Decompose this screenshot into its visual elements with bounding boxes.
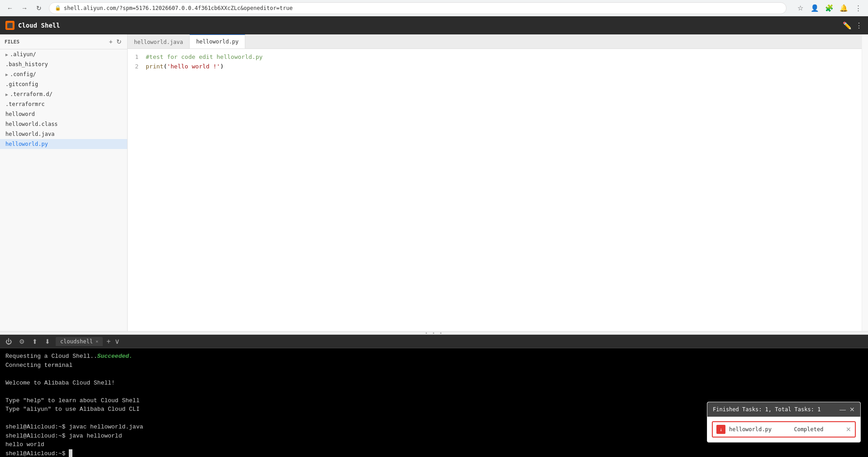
sidebar-item-config[interactable]: ▶ .config/ [0, 69, 127, 79]
file-name: .config/ [10, 71, 36, 77]
settings-icon[interactable]: ⚙ [17, 337, 27, 346]
terminal-tab-cloudshell[interactable]: cloudshell ✕ [56, 337, 103, 346]
sidebar-item-aliyun[interactable]: ▶ .aliyun/ [0, 49, 127, 59]
refresh-files-button[interactable]: ↻ [115, 37, 123, 46]
menu-icon[interactable]: ⋮ [852, 2, 864, 14]
sidebar-header: FILES + ↻ [0, 34, 127, 49]
line-number: 2 [128, 62, 146, 72]
terminal-line: Welcome to Alibaba Cloud Shell! [5, 379, 863, 388]
logo-symbol: ⬛ [7, 23, 13, 29]
task-item-name: helloworld.py [729, 426, 772, 433]
url-text: shell.aliyun.com/?spm=5176.12026607.0.0.… [64, 5, 293, 11]
main-layout: FILES + ↻ ▶ .aliyun/ .bash_history ▶ .co… [0, 34, 868, 457]
chevron-right-icon: ▶ [5, 72, 8, 77]
browser-actions: ☆ 👤 🧩 🔔 ⋮ [794, 2, 864, 14]
browser-chrome: ← → ↻ 🔒 shell.aliyun.com/?spm=5176.12026… [0, 0, 868, 16]
sidebar-header-actions: + ↻ [108, 37, 123, 46]
file-name: .aliyun/ [10, 51, 36, 58]
task-panel-title: Finished Tasks: 1, Total Tasks: 1 [713, 406, 820, 413]
tab-label: helloworld.py [196, 38, 238, 45]
file-name: helloworld.java [5, 131, 54, 137]
terminal-line: shell@Alicloud:~$ [5, 449, 863, 457]
file-name: .bash_history [5, 61, 48, 67]
terminal-chevron-down-icon[interactable]: ∨ [114, 337, 120, 346]
tab-label: helloworld.java [134, 39, 183, 45]
terminal-cursor [69, 449, 72, 457]
sidebar-item-helloworld-class[interactable]: helloworld.class [0, 119, 127, 129]
file-name: helloword [5, 111, 35, 117]
task-panel: Finished Tasks: 1, Total Tasks: 1 — ✕ ↓ … [707, 402, 861, 443]
extensions-icon[interactable]: 🧩 [823, 2, 835, 14]
upload-icon[interactable]: ⬆ [30, 337, 39, 346]
sidebar-item-helloworld-java[interactable]: helloworld.java [0, 129, 127, 139]
app-header: ⬛ Cloud Shell ✏️ ⋮ [0, 16, 868, 34]
profile-icon[interactable]: 👤 [808, 2, 821, 14]
line-code: print('hello world !') [146, 62, 224, 72]
sidebar-item-bash-history[interactable]: .bash_history [0, 59, 127, 69]
sidebar-item-helloword[interactable]: helloword [0, 109, 127, 119]
terminal-tab-label: cloudshell [60, 338, 93, 345]
terminal-line [5, 370, 863, 379]
terminal-line: Requesting a Cloud Shell..Succeeded. [5, 352, 863, 361]
editor-area: FILES + ↻ ▶ .aliyun/ .bash_history ▶ .co… [0, 34, 868, 331]
sidebar-item-terraformrc[interactable]: .terraformrc [0, 99, 127, 109]
refresh-button[interactable]: ↻ [33, 2, 45, 14]
editor-right-gutter [862, 34, 868, 331]
terminal-tabs-bar: ⏻ ⚙ ⬆ ⬇ cloudshell ✕ + ∨ [0, 335, 868, 348]
code-line-1: 1 #test for code edit helloworld.py [128, 53, 862, 62]
close-task-item-button[interactable]: ✕ [846, 426, 851, 433]
back-button[interactable]: ← [4, 2, 16, 14]
edit-icon[interactable]: ✏️ [843, 21, 852, 30]
file-list: ▶ .aliyun/ .bash_history ▶ .config/ .git… [0, 49, 127, 149]
close-task-panel-button[interactable]: ✕ [849, 406, 855, 413]
sidebar-title: FILES [5, 39, 19, 45]
app-header-actions: ✏️ ⋮ [843, 21, 863, 30]
add-file-button[interactable]: + [108, 37, 114, 46]
editor-content[interactable]: 1 #test for code edit helloworld.py 2 pr… [128, 49, 862, 331]
close-terminal-tab-icon[interactable]: ✕ [95, 339, 98, 344]
task-item-left: ↓ helloworld.py [716, 425, 772, 434]
app-header-left: ⬛ Cloud Shell [5, 21, 60, 30]
code-line-2: 2 print('hello world !') [128, 62, 862, 72]
terminal-line: Connecting terminal [5, 361, 863, 370]
tab-helloworld-py[interactable]: helloworld.py [190, 34, 245, 48]
tab-helloworld-java[interactable]: helloworld.java [128, 36, 190, 48]
terminal-line [5, 387, 863, 396]
task-item-status: Completed [794, 426, 823, 433]
editor-tabs: helloworld.java helloworld.py [128, 34, 862, 49]
task-download-icon: ↓ [716, 425, 725, 434]
minimize-task-panel-button[interactable]: — [839, 406, 846, 413]
chevron-right-icon: ▶ [5, 52, 8, 57]
task-panel-header-actions: — ✕ [839, 406, 855, 413]
bookmark-icon[interactable]: ☆ [794, 2, 806, 14]
nav-buttons: ← → ↻ [4, 2, 45, 14]
task-item: ↓ helloworld.py Completed ✕ [712, 421, 856, 438]
resize-handle[interactable]: • • • [0, 331, 868, 335]
file-name: .gitconfig [5, 81, 38, 87]
code-editor: helloworld.java helloworld.py 1 #test fo… [128, 34, 862, 331]
task-panel-body: ↓ helloworld.py Completed ✕ [707, 417, 860, 442]
lock-icon: 🔒 [55, 5, 61, 11]
file-name: helloworld.py [5, 141, 48, 147]
file-name: .terraform.d/ [10, 91, 52, 97]
app-logo-icon: ⬛ [5, 21, 14, 30]
chevron-right-icon: ▶ [5, 92, 8, 97]
notifications-icon[interactable]: 🔔 [837, 2, 850, 14]
file-name: helloworld.class [5, 121, 58, 127]
sidebar-item-helloworld-py[interactable]: helloworld.py [0, 139, 127, 149]
address-bar[interactable]: 🔒 shell.aliyun.com/?spm=5176.12026607.0.… [49, 2, 787, 14]
app-title: Cloud Shell [18, 22, 60, 29]
line-number: 1 [128, 53, 146, 62]
forward-button[interactable]: → [18, 2, 31, 14]
add-terminal-button[interactable]: + [106, 337, 110, 346]
terminal-success-text: Succeeded. [97, 353, 133, 360]
more-options-icon[interactable]: ⋮ [855, 21, 863, 30]
sidebar-item-terraform-d[interactable]: ▶ .terraform.d/ [0, 89, 127, 99]
power-icon[interactable]: ⏻ [4, 337, 14, 346]
line-code: #test for code edit helloworld.py [146, 53, 262, 62]
sidebar-item-gitconfig[interactable]: .gitconfig [0, 79, 127, 89]
file-name: .terraformrc [5, 101, 45, 107]
file-sidebar: FILES + ↻ ▶ .aliyun/ .bash_history ▶ .co… [0, 34, 128, 331]
task-panel-header: Finished Tasks: 1, Total Tasks: 1 — ✕ [707, 402, 860, 417]
download-icon[interactable]: ⬇ [43, 337, 52, 346]
